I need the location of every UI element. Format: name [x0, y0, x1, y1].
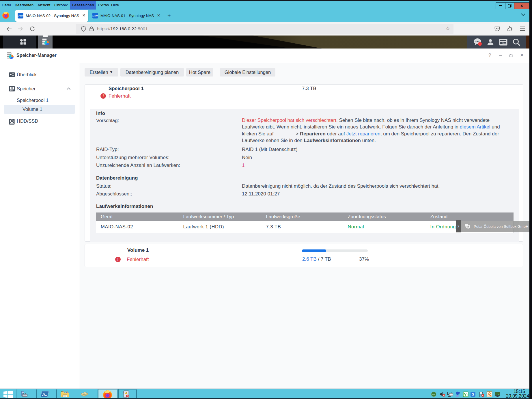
svg-text:S: S — [472, 392, 474, 396]
svg-text:sbx: sbx — [432, 394, 435, 396]
